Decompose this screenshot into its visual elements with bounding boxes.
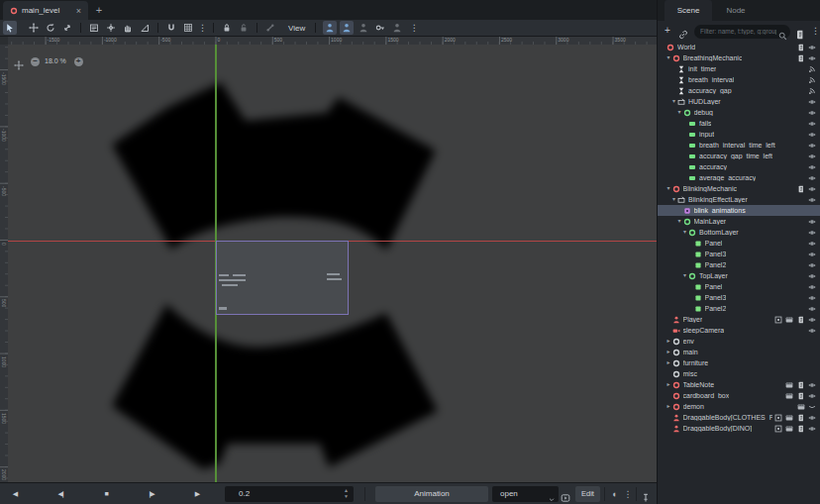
eye-icon[interactable] (807, 142, 819, 150)
dots-tool-button[interactable]: ⋮ (198, 21, 207, 35)
eye-icon[interactable] (807, 261, 819, 269)
spinbox-arrows[interactable]: ▲▼ (344, 488, 349, 499)
tree-row[interactable]: average_accuracy (658, 172, 820, 183)
tree-row[interactable]: World (658, 42, 820, 52)
script-icon[interactable] (795, 425, 807, 433)
instance-icon[interactable] (772, 316, 784, 324)
person-tool-button[interactable] (323, 21, 337, 35)
tree-row[interactable]: ▸TableNote (658, 379, 820, 390)
tree-row[interactable]: Panel3 (658, 249, 820, 259)
tree-row[interactable]: Panel2 (658, 303, 820, 314)
add-node-button[interactable]: + (665, 26, 670, 36)
eye-icon[interactable] (807, 44, 819, 51)
2d-viewport-canvas[interactable]: − 18.0 % + (8, 45, 657, 482)
tree-row[interactable]: ▾BottomLayer (658, 227, 820, 238)
script-icon[interactable] (795, 54, 807, 62)
animation-menu-button[interactable]: Animation (375, 486, 488, 502)
tree-row[interactable]: ▾HUDLayer (658, 96, 820, 107)
filter-input[interactable] (694, 25, 790, 39)
eye-icon[interactable] (807, 305, 819, 313)
tab-node[interactable]: Node (715, 0, 757, 21)
tree-row[interactable]: ▸furniture (658, 357, 820, 368)
eye-icon[interactable] (807, 294, 819, 302)
signal-icon[interactable] (807, 76, 819, 84)
tree-row[interactable]: ▾BreathingMechanic (658, 52, 820, 63)
instance-icon[interactable] (772, 425, 784, 433)
tree-row[interactable]: DraggableBody[DINO] (658, 423, 820, 434)
tree-row[interactable]: init_timer (658, 63, 820, 74)
eye-icon[interactable] (807, 316, 819, 324)
tree-row[interactable]: ▾debug (658, 107, 820, 118)
eye-icon[interactable] (807, 131, 819, 139)
tree-row[interactable]: Player (658, 314, 820, 325)
eye-icon[interactable] (807, 218, 819, 226)
autoplay-icon[interactable] (561, 489, 570, 504)
tree-row[interactable]: ▸demon (658, 401, 820, 412)
instance-icon[interactable] (772, 414, 784, 422)
tree-row[interactable]: blink_animations (658, 205, 820, 216)
zoom-in-button[interactable]: + (74, 57, 83, 66)
tree-row[interactable]: Panel2 (658, 259, 820, 270)
scale-tool-button[interactable] (60, 21, 74, 35)
edit-menu-button[interactable]: Edit (575, 486, 600, 502)
play-start-button[interactable]: |▶ (129, 483, 174, 504)
eye-icon[interactable] (807, 283, 819, 291)
eye-icon[interactable] (807, 163, 819, 171)
expand-arrow-icon[interactable]: ▸ (666, 379, 672, 390)
pan-tool-button[interactable] (121, 21, 135, 35)
tree-row[interactable]: Panel (658, 281, 820, 292)
eye-icon[interactable] (807, 174, 819, 182)
movie-icon[interactable] (784, 414, 796, 422)
script-icon[interactable] (795, 185, 807, 193)
expand-arrow-icon[interactable]: ▸ (666, 347, 672, 357)
more-options-icon[interactable]: ⋮ (623, 486, 633, 502)
magnet-tool-button[interactable] (164, 21, 178, 35)
eye-icon[interactable] (807, 196, 819, 204)
expand-arrow-icon[interactable]: ▾ (666, 52, 672, 63)
eye-icon[interactable] (807, 185, 819, 193)
movie-icon[interactable] (784, 425, 796, 433)
eye-icon[interactable] (807, 425, 819, 433)
eye-icon[interactable] (807, 120, 819, 128)
script-icon[interactable] (795, 316, 807, 324)
zoom-out-button[interactable]: − (31, 57, 40, 66)
new-scene-tab-button[interactable]: + (92, 2, 106, 18)
eye-icon[interactable] (807, 327, 819, 335)
tab-scene[interactable]: Scene (665, 0, 712, 21)
expand-arrow-icon[interactable]: ▾ (676, 216, 683, 227)
onion-skinning-button[interactable]: ◐ (608, 486, 622, 502)
expand-arrow-icon[interactable]: ▾ (670, 194, 677, 205)
tree-row[interactable]: DraggableBody[CLOTHES_PI (658, 412, 820, 423)
tree-row[interactable]: sleepCamera (658, 325, 820, 336)
pin-icon[interactable] (641, 489, 651, 504)
expand-arrow-icon[interactable]: ▸ (666, 336, 672, 347)
tree-row[interactable]: ▾BlinkingEffectLayer (658, 194, 820, 205)
tree-row[interactable]: ▸env (658, 336, 820, 347)
eye-icon[interactable] (807, 414, 819, 422)
eye-icon[interactable] (807, 152, 819, 160)
animation-name-dropdown[interactable]: open (492, 486, 559, 502)
script-icon[interactable] (795, 44, 807, 51)
stop-button[interactable]: ■ (83, 483, 129, 504)
view-menu-button[interactable]: View (281, 21, 312, 35)
close-icon[interactable]: × (74, 6, 83, 16)
movie-icon[interactable] (784, 381, 796, 389)
expand-arrow-icon[interactable]: ▾ (666, 183, 672, 194)
tree-row[interactable]: misc (658, 368, 820, 379)
key-tool-button[interactable] (373, 21, 387, 35)
animation-time-spinbox[interactable]: 0.2 ▲▼ (225, 486, 354, 502)
tree-row[interactable]: input (658, 129, 820, 140)
eye-icon[interactable] (807, 229, 819, 237)
select-list-tool-button[interactable] (87, 21, 101, 35)
script-icon[interactable] (795, 414, 807, 422)
expand-arrow-icon[interactable]: ▾ (676, 107, 683, 118)
dots-tool-button[interactable]: ⋮ (407, 21, 421, 35)
bone-tool-button[interactable] (263, 21, 277, 35)
tree-row[interactable]: cardboard_box (658, 390, 820, 401)
eye-icon[interactable] (807, 109, 819, 117)
eye-icon[interactable] (807, 272, 819, 280)
expand-arrow-icon[interactable]: ▾ (670, 96, 677, 107)
movie-icon[interactable] (784, 392, 796, 400)
rotate-tool-button[interactable] (44, 21, 57, 35)
scene-tab-main-level[interactable]: main_level × (3, 1, 88, 20)
